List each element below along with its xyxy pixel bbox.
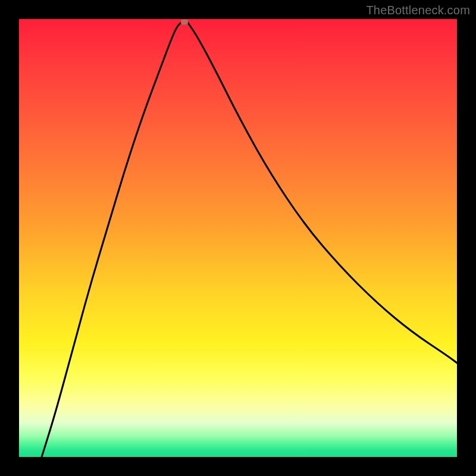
watermark-text: TheBottleneck.com xyxy=(366,4,470,17)
optimum-marker xyxy=(181,20,188,25)
curve-right-path xyxy=(187,22,457,363)
curve-left-path xyxy=(42,22,181,457)
plot-area xyxy=(19,19,457,457)
chart-frame: TheBottleneck.com xyxy=(0,0,476,476)
bottleneck-curve xyxy=(19,19,457,457)
